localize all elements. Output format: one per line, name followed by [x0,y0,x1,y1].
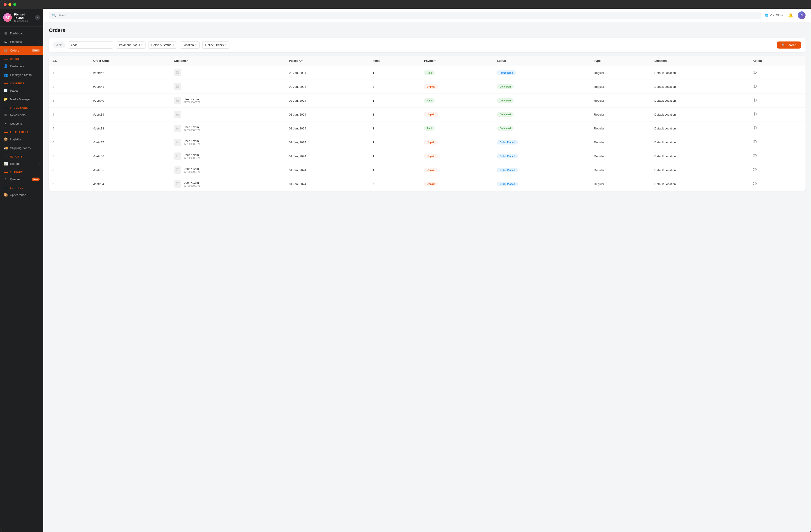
visit-store-button[interactable]: 🌐 Visit Store [765,13,783,17]
row-order-code: #t-str:38 [93,127,104,130]
col-sl: S/L [49,56,90,66]
row-type: Regular [590,163,651,177]
sidebar-item-coupons[interactable]: ✂ Coupons [0,119,43,128]
row-type: Regular [590,80,651,94]
row-items: 4 [373,85,374,89]
customer-thumbnail [174,167,181,174]
header-avatar[interactable]: RT [798,11,806,19]
row-items: 3 [373,113,374,116]
payment-status-filter[interactable]: Payment Status ▾ [116,42,146,49]
row-sl: 2 [52,85,54,89]
row-view-button[interactable] [753,140,757,144]
sidebar-item-products[interactable]: 🏷 Products › [0,37,43,46]
table-row: 7 #t-str:36 User Kazim 077009000771 01 J… [49,149,806,163]
maximize-button[interactable] [13,3,16,6]
order-type-filter[interactable]: Online Orders ▾ [202,42,229,49]
filter-code-input[interactable] [68,42,113,49]
sidebar-item-label: Newsletters [10,113,26,117]
delivery-status-filter[interactable]: Delivery Status ▾ [148,42,177,49]
col-customer: Customer [170,56,285,66]
sidebar-item-label: Customers [10,64,25,68]
svg-rect-18 [176,155,179,157]
tag-label: #t-str: [56,44,63,47]
row-payment-badge: Paid [424,98,435,103]
svg-point-11 [754,113,755,115]
customer-name: User Kazim [184,97,200,101]
user-role: Super Admin [14,20,33,22]
sidebar-item-label: Employee Staffs [10,73,31,77]
row-order-code: #t-str:36 [93,155,104,158]
sidebar-item-pages[interactable]: 📄 Pages [0,86,43,95]
row-items: 4 [373,169,374,172]
svg-rect-6 [176,99,179,101]
sidebar-item-media-manager[interactable]: 📁 Media Manager [0,95,43,104]
header-actions: 🌐 Visit Store 🔔 RT [765,11,806,19]
customer-placeholder: - [184,85,184,89]
svg-point-25 [753,182,756,185]
sidebar-item-orders[interactable]: 🛒 Orders New [0,46,43,55]
sidebar-item-shipping-zones[interactable]: 🚚 Shipping Zones [0,144,43,152]
row-payment-badge: Unpaid [424,168,438,172]
svg-point-2 [754,72,755,73]
row-view-button[interactable] [753,182,757,186]
row-location: Default Location [651,177,749,191]
row-view-button[interactable] [753,98,757,103]
row-order-code: #t-str:41 [93,85,104,89]
row-status-badge: Order Placed [497,168,518,172]
customer-name: User Kazim [184,125,200,129]
sidebar-item-newsletters[interactable]: ✉ Newsletters › [0,111,43,119]
section-label-fulfillment: FULFILLMENT [0,128,43,135]
row-view-button[interactable] [753,154,757,158]
svg-rect-15 [176,141,179,143]
app-layout: RT Richard Toland Super Admin ‹ ⊞ Dashbo… [0,9,811,532]
sidebar-item-reports[interactable]: 📊 Reports › [0,159,43,168]
customer-name: User Kazim [184,153,200,157]
row-order-code: #t-str:35 [93,169,104,172]
row-view-button[interactable] [753,126,757,130]
row-status-badge: Processing [497,71,516,75]
row-location: Default Location [651,149,749,163]
row-type: Regular [590,66,651,80]
row-items: 1 [373,141,374,144]
customer-phone: 077009000771 [184,101,200,104]
orders-table-card: S/L Order Code Customer Placed On Items … [49,56,806,191]
location-filter[interactable]: Location ▾ [180,42,200,49]
sidebar-item-queries[interactable]: # Queries New [0,175,43,184]
row-view-button[interactable] [753,168,757,172]
row-view-button[interactable] [753,112,757,116]
row-order-code: #t-str:42 [93,71,104,75]
search-input[interactable] [58,13,758,17]
sidebar-item-label: Pages [10,89,18,92]
row-placed-on: 01 Jan, 2024 [285,136,369,149]
sidebar-item-employee-staffs[interactable]: 👥 Employee Staffs [0,71,43,79]
section-label-support: SUPPORT [0,168,43,175]
row-type: Regular [590,94,651,108]
svg-rect-24 [176,183,179,185]
col-items: Items [369,56,420,66]
notifications-button[interactable]: 🔔 [787,12,794,19]
svg-rect-3 [176,85,179,88]
delivery-status-label: Delivery Status [151,43,171,47]
chevron-down-icon: ▾ [225,44,227,47]
sidebar-item-customers[interactable]: 👤 Customers [0,62,43,71]
media-icon: 📁 [4,97,8,101]
sidebar-toggle-button[interactable]: ‹ [35,15,40,20]
row-payment-badge: Unpaid [424,182,438,186]
sidebar-item-dashboard[interactable]: ⊞ Dashboard [0,29,43,37]
app-header: 🔍 🌐 Visit Store 🔔 RT [43,9,811,22]
payment-status-label: Payment Status [119,43,140,47]
chevron-down-icon: ▾ [173,44,174,47]
search-button[interactable]: 🔍 Search [777,42,801,49]
svg-point-7 [753,99,756,101]
close-button[interactable] [4,3,6,6]
row-view-button[interactable] [753,84,757,89]
customer-phone: 077009000771 [184,143,200,145]
col-action: Action [749,56,806,66]
minimize-button[interactable] [9,3,11,6]
coupons-icon: ✂ [4,122,8,126]
sidebar-item-logistics[interactable]: 📦 Logistics [0,135,43,144]
staff-icon: 👥 [4,73,8,77]
sidebar-item-appearance[interactable]: 🎨 Appearance › [0,190,43,199]
row-status-badge: Delivered [497,98,514,103]
row-view-button[interactable] [753,71,757,75]
